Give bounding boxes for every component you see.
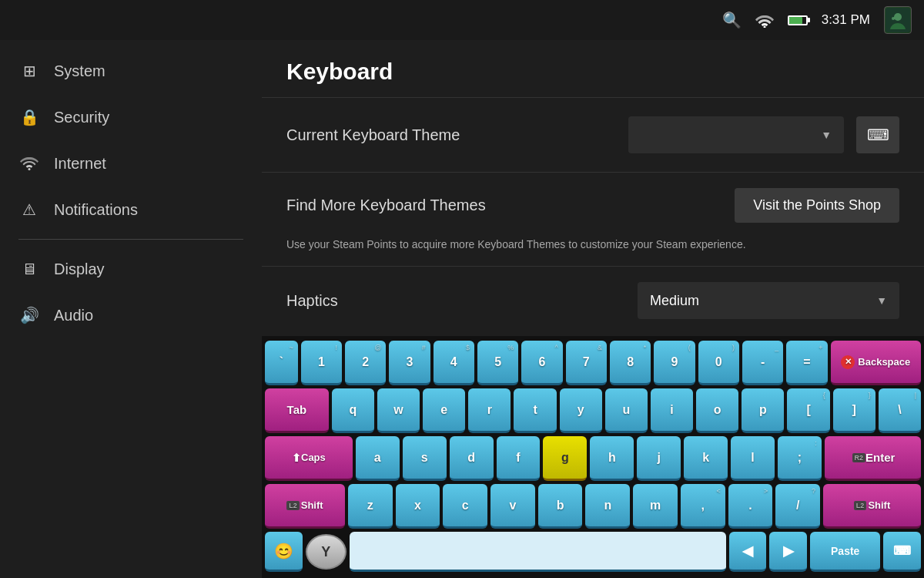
key-backspace[interactable]: ✕ Backspace bbox=[831, 341, 921, 385]
key-6[interactable]: ^6 bbox=[521, 341, 562, 385]
key-p[interactable]: p bbox=[742, 388, 784, 433]
sidebar-label-internet: Internet bbox=[54, 155, 106, 173]
key-backslash[interactable]: |\ bbox=[879, 388, 921, 433]
keyboard-row-qwerty: Tab q w e r t y u i o p {[ }] |\ bbox=[265, 388, 921, 433]
haptics-dropdown[interactable]: Medium ▼ bbox=[638, 282, 899, 319]
key-left-arrow[interactable]: ◀ bbox=[729, 532, 767, 572]
key-period[interactable]: >. bbox=[728, 484, 773, 529]
points-shop-section: Find More Keyboard Themes Visit the Poin… bbox=[262, 173, 924, 267]
key-q[interactable]: q bbox=[332, 388, 374, 433]
key-f[interactable]: f bbox=[497, 436, 541, 481]
search-icon[interactable]: 🔍 bbox=[722, 11, 742, 29]
key-c[interactable]: c bbox=[443, 484, 487, 529]
keyboard-row-numbers: ~` !1 @2 #3 $4 %5 ^6 &7 *8 (9 )0 _- += ✕… bbox=[265, 341, 921, 385]
sidebar-label-security: Security bbox=[54, 109, 109, 126]
sidebar-item-system[interactable]: ⊞ System bbox=[0, 48, 262, 94]
key-shift-left[interactable]: L2 Shift bbox=[265, 484, 345, 529]
key-i[interactable]: i bbox=[651, 388, 693, 433]
key-caps-lock[interactable]: ⬆ Caps bbox=[265, 436, 353, 481]
svg-point-0 bbox=[763, 26, 765, 29]
key-space[interactable] bbox=[350, 532, 726, 572]
key-lbracket[interactable]: {[ bbox=[787, 388, 829, 433]
key-b[interactable]: b bbox=[538, 484, 583, 529]
keyboard-icon: ⌨ bbox=[867, 126, 889, 144]
key-v[interactable]: v bbox=[490, 484, 535, 529]
haptics-chevron-icon: ▼ bbox=[876, 294, 887, 307]
keyboard: ~` !1 @2 #3 $4 %5 ^6 &7 *8 (9 )0 _- += ✕… bbox=[262, 336, 924, 578]
key-paste[interactable]: Paste bbox=[810, 532, 880, 572]
key-k[interactable]: k bbox=[684, 436, 728, 481]
display-icon: 🖥 bbox=[18, 258, 40, 280]
key-shift-right[interactable]: L2 Shift bbox=[823, 484, 921, 529]
key-x[interactable]: x bbox=[396, 484, 440, 529]
key-minus[interactable]: _- bbox=[742, 341, 783, 385]
key-comma[interactable]: <, bbox=[681, 484, 725, 529]
key-4[interactable]: $4 bbox=[434, 341, 474, 385]
sidebar-item-internet[interactable]: Internet bbox=[0, 140, 262, 187]
key-g[interactable]: g bbox=[543, 436, 587, 481]
key-5[interactable]: %5 bbox=[477, 341, 518, 385]
key-z[interactable]: z bbox=[348, 484, 393, 529]
points-description: Use your Steam Points to acquire more Ke… bbox=[286, 238, 899, 266]
svg-point-4 bbox=[28, 168, 31, 170]
key-w[interactable]: w bbox=[377, 388, 420, 433]
key-3[interactable]: #3 bbox=[389, 341, 430, 385]
haptics-section: Haptics Medium ▼ bbox=[262, 267, 924, 334]
user-avatar[interactable] bbox=[884, 6, 912, 34]
key-j[interactable]: j bbox=[637, 436, 681, 481]
key-emoji[interactable]: 😊 bbox=[265, 532, 303, 572]
key-7[interactable]: &7 bbox=[566, 341, 607, 385]
key-r[interactable]: r bbox=[468, 388, 511, 433]
key-m[interactable]: m bbox=[633, 484, 678, 529]
key-9[interactable]: (9 bbox=[654, 341, 695, 385]
key-t[interactable]: t bbox=[514, 388, 556, 433]
key-right-arrow[interactable]: ▶ bbox=[769, 532, 807, 572]
key-e[interactable]: e bbox=[423, 388, 465, 433]
key-2[interactable]: @2 bbox=[345, 341, 386, 385]
key-tab[interactable]: Tab bbox=[265, 388, 329, 433]
key-0[interactable]: )0 bbox=[698, 341, 739, 385]
key-backtick[interactable]: ~` bbox=[265, 341, 298, 385]
key-o[interactable]: o bbox=[696, 388, 738, 433]
key-u[interactable]: u bbox=[605, 388, 648, 433]
sidebar-label-display: Display bbox=[54, 260, 105, 278]
page-title: Keyboard bbox=[262, 40, 924, 98]
sidebar-label-audio: Audio bbox=[54, 307, 93, 324]
key-8[interactable]: *8 bbox=[610, 341, 651, 385]
find-themes-label: Find More Keyboard Themes bbox=[286, 197, 486, 214]
key-l[interactable]: l bbox=[731, 436, 775, 481]
internet-icon bbox=[18, 153, 40, 174]
keyboard-theme-dropdown[interactable]: ▼ bbox=[628, 116, 844, 153]
key-a[interactable]: a bbox=[356, 436, 400, 481]
key-keyboard-icon[interactable]: ⌨ bbox=[883, 532, 921, 572]
sidebar-item-security[interactable]: 🔒 Security bbox=[0, 94, 262, 140]
key-slash[interactable]: ?/ bbox=[775, 484, 820, 529]
sidebar-divider bbox=[18, 239, 243, 240]
key-h[interactable]: h bbox=[590, 436, 634, 481]
key-semicolon[interactable]: :; bbox=[778, 436, 822, 481]
key-n[interactable]: n bbox=[585, 484, 630, 529]
keyboard-row-shift: L2 Shift z x c v b n m <, >. ?/ L2 Shift bbox=[265, 484, 921, 529]
sidebar: ⊞ System 🔒 Security Internet ⚠ Notificat… bbox=[0, 40, 262, 578]
main-content: Keyboard Current Keyboard Theme ▼ ⌨ Find… bbox=[262, 40, 924, 578]
haptics-value: Medium bbox=[650, 293, 699, 309]
sidebar-item-audio[interactable]: 🔊 Audio bbox=[0, 292, 262, 338]
key-s[interactable]: s bbox=[403, 436, 447, 481]
notifications-icon: ⚠ bbox=[18, 199, 40, 220]
security-icon: 🔒 bbox=[18, 106, 40, 128]
keyboard-theme-row: Current Keyboard Theme ▼ ⌨ bbox=[286, 98, 899, 172]
key-d[interactable]: d bbox=[450, 436, 494, 481]
visit-points-shop-button[interactable]: Visit the Points Shop bbox=[735, 188, 899, 223]
sidebar-item-display[interactable]: 🖥 Display bbox=[0, 246, 262, 292]
key-enter[interactable]: R2 Enter bbox=[825, 436, 921, 481]
key-y-button[interactable]: Y bbox=[306, 534, 346, 570]
audio-icon: 🔊 bbox=[18, 304, 40, 326]
key-equals[interactable]: += bbox=[786, 341, 827, 385]
key-1[interactable]: !1 bbox=[301, 341, 342, 385]
key-rbracket[interactable]: }] bbox=[833, 388, 875, 433]
key-y[interactable]: y bbox=[560, 388, 602, 433]
keyboard-theme-section: Current Keyboard Theme ▼ ⌨ bbox=[262, 98, 924, 173]
wifi-icon bbox=[755, 12, 774, 28]
sidebar-item-notifications[interactable]: ⚠ Notifications bbox=[0, 187, 262, 233]
keyboard-preview-button[interactable]: ⌨ bbox=[856, 116, 899, 153]
